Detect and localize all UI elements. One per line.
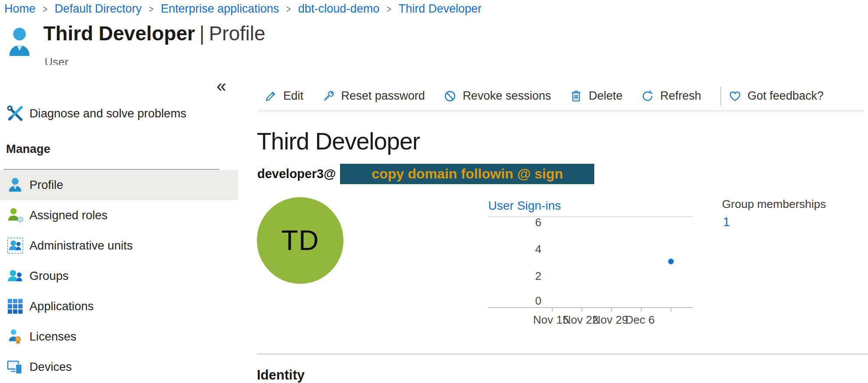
avatar[interactable]: TD xyxy=(257,197,343,284)
sidebar-item-label: Groups xyxy=(29,269,68,283)
y-tick-4: 4 xyxy=(535,243,541,256)
domain-redaction-overlay: copy domain followin @ sign xyxy=(340,164,594,184)
breadcrumb-dbt-cloud-demo[interactable]: dbt-cloud-demo xyxy=(298,2,379,16)
sidebar-item-devices[interactable]: Devices xyxy=(0,352,238,382)
toolbar-label: Reset password xyxy=(341,89,425,103)
licenses-icon xyxy=(6,328,24,346)
user-display-name: Third Developer xyxy=(257,127,420,155)
page-title-section: Profile xyxy=(209,22,265,45)
block-icon xyxy=(443,89,457,103)
identity-section-heading: Identity xyxy=(257,367,304,383)
pencil-icon xyxy=(264,89,278,103)
heart-icon xyxy=(728,89,742,103)
applications-grid-icon xyxy=(6,297,24,315)
sidebar-item-groups[interactable]: Groups xyxy=(0,261,238,291)
user-sign-ins-chart: User Sign-ins 6 4 2 0 Nov 15 Nov 22 Nov … xyxy=(476,195,702,327)
breadcrumb: Home > Default Directory > Enterprise ap… xyxy=(4,2,482,16)
sidebar-item-label: Administrative units xyxy=(29,239,133,253)
sidebar-collapse-button[interactable]: « xyxy=(217,77,226,94)
toolbar: Edit Reset password Revo xyxy=(258,81,864,111)
sidebar-item-label: Assigned roles xyxy=(29,208,107,222)
main-content: Edit Reset password Revo xyxy=(257,65,868,383)
user-icon xyxy=(9,28,30,58)
groups-icon xyxy=(6,267,24,285)
x-tick-label: Dec 6 xyxy=(625,313,655,326)
breadcrumb-third-developer[interactable]: Third Developer xyxy=(398,2,482,16)
reset-password-button[interactable]: Reset password xyxy=(322,89,425,103)
breadcrumb-separator: > xyxy=(387,3,392,15)
assigned-roles-icon xyxy=(6,206,24,224)
sidebar-item-label: Licenses xyxy=(29,330,77,344)
got-feedback-button[interactable]: Got feedback? xyxy=(728,89,824,103)
breadcrumb-home[interactable]: Home xyxy=(4,2,36,16)
toolbar-label: Edit xyxy=(283,89,304,103)
x-tick-label: Nov 29 xyxy=(593,313,628,326)
revoke-sessions-button[interactable]: Revoke sessions xyxy=(443,89,551,103)
section-divider xyxy=(257,354,868,354)
user-principal-name-row: developer3@ copy domain followin @ sign xyxy=(257,163,594,184)
sidebar-item-label: Profile xyxy=(29,178,63,192)
trash-icon xyxy=(569,89,583,103)
sidebar-item-applications[interactable]: Applications xyxy=(0,291,238,321)
sidebar-menu: Profile Assigned roles xyxy=(0,170,238,382)
delete-button[interactable]: Delete xyxy=(569,89,622,103)
sidebar-item-label: Applications xyxy=(29,299,94,313)
page-title: Third Developer|Profile xyxy=(43,22,266,45)
toolbar-label: Revoke sessions xyxy=(463,89,551,103)
profile-person-icon xyxy=(6,176,24,194)
toolbar-divider xyxy=(720,87,721,106)
sidebar-item-assigned-roles[interactable]: Assigned roles xyxy=(0,200,238,230)
page-title-separator: | xyxy=(199,22,204,45)
group-memberships-label: Group memberships xyxy=(722,198,826,211)
sidebar: « Diagnose and solve problems Manage xyxy=(0,65,238,383)
group-memberships-link[interactable]: 1 xyxy=(723,215,730,229)
sidebar-section-manage: Manage xyxy=(6,142,50,156)
sidebar-item-administrative-units[interactable]: Administrative units xyxy=(0,230,238,261)
sidebar-item-licenses[interactable]: Licenses xyxy=(0,321,238,352)
y-tick-6: 6 xyxy=(535,216,541,229)
refresh-icon xyxy=(641,89,654,103)
sidebar-item-profile[interactable]: Profile xyxy=(0,170,238,200)
y-tick-0: 0 xyxy=(535,294,541,307)
breadcrumb-separator: > xyxy=(43,3,48,15)
toolbar-label: Delete xyxy=(589,89,622,103)
breadcrumb-separator: > xyxy=(286,3,291,15)
page-title-name: Third Developer xyxy=(43,22,195,45)
tools-icon xyxy=(6,104,24,123)
refresh-button[interactable]: Refresh xyxy=(641,89,701,103)
y-tick-2: 2 xyxy=(535,269,541,282)
breadcrumb-enterprise-applications[interactable]: Enterprise applications xyxy=(161,2,279,16)
user-sign-ins-link[interactable]: User Sign-ins xyxy=(488,199,561,212)
sidebar-item-label: Diagnose and solve problems xyxy=(29,107,186,120)
signin-data-point xyxy=(668,259,674,264)
toolbar-label: Got feedback? xyxy=(748,89,824,103)
user-profile-page: Home > Default Directory > Enterprise ap… xyxy=(0,0,868,383)
edit-button[interactable]: Edit xyxy=(264,89,304,103)
toolbar-label: Refresh xyxy=(660,89,701,103)
breadcrumb-separator: > xyxy=(149,3,154,15)
email-prefix: developer3@ xyxy=(257,167,336,181)
sidebar-item-label: Devices xyxy=(29,360,72,374)
breadcrumb-default-directory[interactable]: Default Directory xyxy=(55,2,142,16)
admin-units-icon xyxy=(6,237,24,255)
key-icon xyxy=(322,89,336,103)
devices-icon xyxy=(6,358,24,376)
sidebar-item-diagnose[interactable]: Diagnose and solve problems xyxy=(0,101,238,127)
